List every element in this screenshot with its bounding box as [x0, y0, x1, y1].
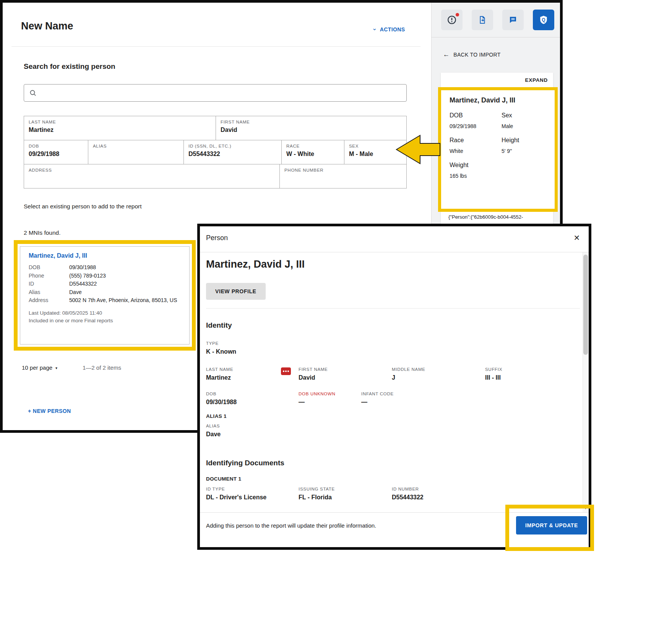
sidebar-divider — [432, 37, 560, 37]
criteria-row-3: ADDRESS PHONE NUMBER — [24, 164, 406, 188]
criteria-phone-label: PHONE NUMBER — [284, 168, 402, 172]
criteria-dob: DOB 09/29/1988 — [24, 140, 88, 164]
criteria-race-value: W - White — [286, 151, 339, 158]
new-person-button[interactable]: + NEW PERSON — [28, 408, 71, 414]
criteria-address-label: ADDRESS — [29, 168, 275, 172]
modal-header-divider — [200, 252, 589, 252]
criteria-sex-label: SEX — [349, 144, 402, 148]
criteria-dob-value: 09/29/1988 — [29, 151, 83, 158]
screenshot-root: New Name ⌄ ACTIONS Search for existing p… — [0, 0, 672, 619]
field-issuing-state: ISSUING STATE FL - Florida — [299, 487, 335, 501]
field-first-name-value: David — [299, 374, 328, 381]
field-middle-name-value: J — [392, 374, 425, 381]
field-alias: ALIAS Dave — [206, 424, 221, 438]
criteria-id-value: D55443322 — [188, 151, 277, 158]
highlight-annotation-sidebar: Martinez, David J, III DOB 09/29/1988 Se… — [438, 87, 558, 212]
scrollbar-thumb[interactable] — [583, 255, 588, 355]
field-issuing-state-value: FL - Florida — [299, 494, 335, 501]
result-alias-label: Alias — [29, 288, 69, 297]
sidebar-weight-value: 165 lbs — [450, 173, 502, 179]
page-title: New Name — [21, 20, 73, 32]
sidebar-person-name: Martinez, David J, III — [450, 96, 546, 104]
back-to-import-button[interactable]: ← BACK TO IMPORT — [443, 51, 501, 58]
result-included-note: Included in one or more Final reports — [29, 317, 181, 325]
results-count: 2 MNIs found. — [24, 229, 61, 236]
shield-q-icon: Q — [539, 15, 549, 25]
field-dob-unknown-label: DOB UNKNOWN — [299, 392, 336, 396]
chevron-down-icon: ⌄ — [372, 24, 377, 32]
result-phone-value: (555) 789-0123 — [69, 272, 106, 280]
field-id-number-value: D55443322 — [392, 494, 424, 501]
field-middle-name: MIDDLE NAME J — [392, 367, 425, 381]
field-id-type-value: DL - Driver's License — [206, 494, 266, 501]
sidebar-weight-label: Weight — [450, 162, 502, 169]
field-alias-label: ALIAS — [206, 424, 221, 428]
close-icon[interactable]: ✕ — [571, 232, 582, 243]
per-page-dropdown[interactable]: 10 per page ▾ — [22, 364, 57, 371]
document-export-button[interactable] — [472, 10, 493, 30]
field-type-value: K - Known — [206, 348, 236, 355]
criteria-last-name: LAST NAME Martinez — [24, 116, 216, 140]
highlight-annotation-result: Martinez, David J, III DOB 09/30/1988 Ph… — [14, 240, 196, 351]
field-last-name: LAST NAME Martinez — [206, 367, 233, 381]
alert-button[interactable] — [441, 10, 463, 30]
field-last-name-value: Martinez — [206, 374, 233, 381]
field-type-label: TYPE — [206, 341, 236, 346]
actions-menu-button[interactable]: ⌄ ACTIONS — [372, 26, 405, 33]
pagination-range: 1—2 of 2 items — [83, 364, 121, 371]
search-box[interactable] — [24, 84, 407, 102]
criteria-dob-label: DOB — [29, 144, 83, 148]
sidebar-height-label: Height — [502, 137, 546, 144]
person-result-card[interactable]: Martinez, David J, III DOB 09/30/1988 Ph… — [20, 246, 190, 344]
search-icon — [29, 89, 37, 97]
result-dob-label: DOB — [29, 263, 69, 272]
shield-search-button[interactable]: Q — [533, 10, 554, 30]
criteria-last-name-value: Martinez — [29, 127, 211, 133]
result-phone-label: Phone — [29, 272, 69, 280]
documents-heading: Identifying Documents — [206, 459, 284, 467]
field-suffix-value: III - III — [485, 374, 502, 381]
chat-button[interactable] — [502, 10, 524, 30]
criteria-alias-label: ALIAS — [93, 144, 179, 148]
header-divider — [11, 46, 420, 47]
modal-title: Person — [206, 234, 228, 242]
sidebar-weight: Weight 165 lbs — [450, 162, 502, 179]
sidebar-race-label: Race — [450, 137, 502, 144]
sidebar-dob-label: DOB — [450, 112, 502, 119]
sidebar-sex: Sex Male — [502, 112, 546, 129]
highlight-annotation-import — [505, 505, 594, 551]
field-dob-unknown: DOB UNKNOWN — — [299, 392, 336, 406]
result-dob-row: DOB 09/30/1988 — [29, 263, 181, 272]
json-preview: {"Person":{"62b6009c-b004-4552- — [448, 214, 552, 220]
search-input[interactable] — [41, 90, 401, 96]
criteria-alias: ALIAS — [88, 140, 183, 164]
sidebar-height-value: 5' 9" — [502, 148, 546, 154]
field-middle-name-label: MIDDLE NAME — [392, 367, 425, 372]
sidebar-race-value: White — [450, 148, 502, 154]
criteria-sex-value: M - Male — [349, 151, 402, 158]
field-issuing-state-label: ISSUING STATE — [299, 487, 335, 491]
criteria-address: ADDRESS — [24, 164, 279, 188]
sidebar-person-fields: DOB 09/29/1988 Sex Male Race White Heigh… — [450, 112, 546, 179]
criteria-id: ID (SSN, DL, ETC.) D55443322 — [183, 140, 281, 164]
back-to-import-label: BACK TO IMPORT — [453, 52, 500, 58]
field-id-number: ID NUMBER D55443322 — [392, 487, 424, 501]
modal-divider — [206, 308, 580, 309]
back-arrow-icon: ← — [443, 51, 450, 58]
criteria-race-label: RACE — [286, 144, 339, 148]
field-infant-code-value: — — [361, 399, 394, 406]
result-dob-value: 09/30/1988 — [69, 263, 96, 272]
expand-button[interactable]: EXPAND — [525, 77, 548, 83]
result-alias-row: Alias Dave — [29, 288, 181, 297]
caret-down-icon: ▾ — [55, 366, 57, 370]
result-id-value: D55443322 — [69, 280, 97, 288]
view-profile-button[interactable]: VIEW PROFILE — [206, 283, 266, 300]
result-address-label: Address — [29, 296, 69, 305]
field-id-type-label: ID TYPE — [206, 487, 266, 491]
field-first-name-label: FIRST NAME — [299, 367, 328, 372]
person-result-link[interactable]: Martinez, David J, III — [29, 252, 181, 259]
field-suffix: SUFFIX III - III — [485, 367, 502, 381]
field-id-number-label: ID NUMBER — [392, 487, 424, 491]
annotation-arrow-icon — [396, 135, 441, 164]
field-type: TYPE K - Known — [206, 341, 236, 355]
